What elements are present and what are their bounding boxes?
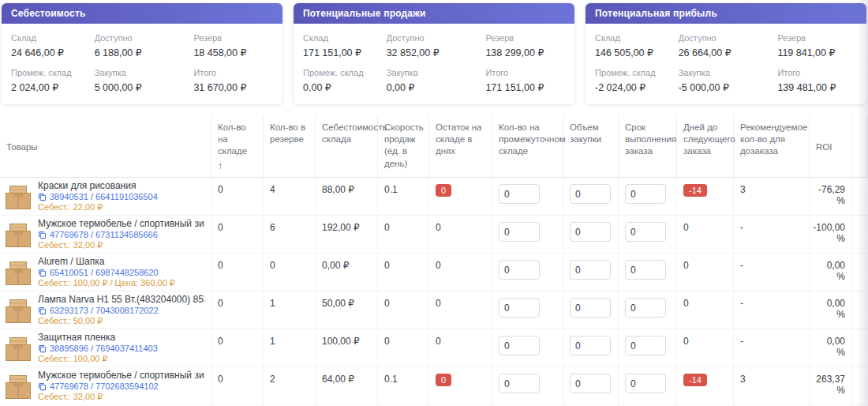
stat-label: Резерв [193, 33, 273, 43]
product-cell: Лампа Narva H1 55 Вт.(483204000) 8539213… [0, 291, 211, 329]
column-header-days-to-next-order[interactable]: Дней до следующего заказа [677, 115, 734, 177]
summary-card-body: Склад24 646,00 ₽Доступно6 188,00 ₽Резерв… [2, 24, 282, 104]
days-left-cell: 0 [429, 329, 492, 367]
qty-reserve-cell: 1 [264, 291, 316, 329]
table-row: Лампа Narva H1 55 Вт.(483204000) 8539213… [0, 291, 868, 329]
days-left-value: 0 [436, 336, 441, 347]
purchase-volume-input[interactable] [570, 374, 611, 393]
intermediate-qty-cell [492, 367, 563, 404]
intermediate-qty-input[interactable] [499, 260, 540, 280]
lead-time-input[interactable] [625, 374, 666, 393]
roi-cell: 263,37 % [810, 367, 852, 404]
purchase-volume-input[interactable] [570, 260, 611, 280]
column-header-stock-cost[interactable]: Себестоимость склада [316, 115, 378, 177]
column-header-days-left[interactable]: Остаток на складе в днях [429, 115, 492, 177]
days-to-next-order-value: 0 [683, 336, 689, 347]
product-info: Мужское термобелье / спортивный зимний..… [38, 370, 204, 402]
column-header-qty-stock[interactable]: Кол-во на складе ↑ [211, 115, 264, 177]
product-thumbnail[interactable] [5, 373, 32, 400]
lead-time-input[interactable] [625, 184, 666, 204]
days-left-cell: 0 [429, 291, 492, 329]
recommended-qty-cell: - [734, 254, 810, 291]
days-left-value: 0 [436, 374, 451, 386]
days-to-next-order-cell: 0 [677, 291, 734, 329]
qty-reserve-cell: 1 [264, 329, 316, 367]
product-cost: Себест.: 32,00 ₽ [38, 392, 204, 402]
products-table: Товары Кол-во на складе ↑ Кол-во в резер… [0, 115, 868, 406]
roi-cell: -100,00 % [810, 216, 852, 253]
product-thumbnail[interactable] [5, 183, 32, 210]
qty-stock-value: 0 [218, 374, 223, 385]
lead-time-input[interactable] [625, 336, 666, 355]
purchase-volume-input[interactable] [570, 336, 611, 355]
qty-stock-value: 0 [218, 336, 223, 347]
purchase-volume-cell [563, 291, 619, 329]
days-left-value: 0 [436, 298, 441, 309]
product-thumbnail[interactable] [5, 335, 32, 362]
product-info: Мужское термобелье / спортивный зимний..… [38, 218, 204, 250]
column-header-intermediate-qty[interactable]: Кол-во на промежуточном складе [492, 115, 563, 177]
row-spacer [852, 216, 868, 253]
product-id-text: 63293173 / 7043008172022 [50, 306, 159, 315]
stat-label: Резерв [777, 33, 857, 43]
column-header-roi[interactable]: ROI [810, 115, 852, 177]
recommended-qty-value: - [740, 336, 743, 347]
product-info: Защитная пленка 38895896 / 7694037411403… [38, 332, 158, 364]
column-header-qty-reserve[interactable]: Кол-во в резерве [264, 115, 316, 177]
product-id-link[interactable]: 63293173 / 7043008172022 [38, 306, 204, 315]
product-thumbnail[interactable] [5, 259, 32, 286]
intermediate-qty-cell [492, 216, 563, 253]
purchase-volume-input[interactable] [570, 298, 611, 318]
product-title: Мужское термобелье / спортивный зимний..… [38, 218, 204, 229]
stat: Закупка-5 000,00 ₽ [679, 68, 778, 93]
days-left-value: 0 [436, 222, 441, 233]
column-header-sales-speed[interactable]: Скорость продаж (ед. в день) [378, 115, 429, 177]
sort-asc-icon[interactable]: ↑ [218, 160, 256, 173]
product-info: Лампа Narva H1 55 Вт.(483204000) 8539213… [38, 294, 204, 326]
product-id-link[interactable]: 47769678 / 7702683594102 [38, 382, 204, 391]
stock-cost-cell: 88,00 ₽ [316, 178, 378, 215]
days-left-cell: 0 [429, 254, 492, 291]
product-id-link[interactable]: 38895896 / 7694037411403 [38, 344, 158, 353]
lead-time-input[interactable] [625, 298, 666, 318]
column-header-products[interactable]: Товары [0, 115, 211, 177]
product-info: Alurem / Шапка 65410051 / 6987448258620 … [38, 256, 175, 288]
column-header-purchase-volume[interactable]: Объем закупки [563, 115, 619, 177]
intermediate-qty-input[interactable] [499, 374, 540, 393]
sales-speed-value: 0 [384, 336, 390, 347]
days-to-next-order-value: 0 [683, 298, 689, 309]
intermediate-qty-input[interactable] [499, 336, 540, 355]
sales-speed-cell: 0 [378, 329, 429, 367]
qty-stock-cell: 0 [211, 329, 264, 367]
product-id-link[interactable]: 38940531 / 6641191036504 [38, 192, 158, 201]
roi-value: 263,37 % [816, 374, 845, 396]
intermediate-qty-input[interactable] [499, 298, 540, 318]
intermediate-qty-input[interactable] [499, 222, 540, 242]
product-cell: Защитная пленка 38895896 / 7694037411403… [0, 329, 211, 367]
column-header-lead-time[interactable]: Срок выполнения заказа [619, 115, 677, 177]
stat-label: Закупка [679, 68, 778, 77]
column-header-recommended-qty[interactable]: Рекомендуемое кол-во для дозаказа [734, 115, 810, 177]
stat-value: 2 024,00 ₽ [11, 81, 95, 93]
lead-time-input[interactable] [625, 260, 666, 280]
product-thumbnail[interactable] [5, 221, 32, 248]
product-cell: Краски для рисования 38940531 / 66411910… [0, 178, 211, 215]
product-thumbnail[interactable] [5, 297, 32, 324]
product-id-link[interactable]: 65410051 / 6987448258620 [38, 268, 175, 277]
lead-time-input[interactable] [625, 222, 666, 242]
row-spacer [852, 254, 868, 291]
copy-icon [38, 269, 47, 277]
copy-icon [38, 193, 47, 201]
stat: Закупка0,00 ₽ [387, 68, 486, 93]
purchase-volume-input[interactable] [570, 184, 611, 204]
stock-cost-value: 88,00 ₽ [322, 184, 354, 195]
purchase-volume-input[interactable] [570, 222, 611, 242]
cardboard-box-icon [5, 221, 32, 248]
sales-speed-value: 0.1 [384, 374, 398, 385]
product-id-link[interactable]: 47769678 / 6731134585666 [38, 230, 204, 239]
intermediate-qty-input[interactable] [499, 184, 540, 204]
stat-label: Доступно [387, 33, 486, 43]
recommended-qty-cell: - [734, 291, 810, 329]
roi-value: 0,00 % [816, 336, 845, 358]
days-left-cell: 0 [429, 178, 492, 215]
